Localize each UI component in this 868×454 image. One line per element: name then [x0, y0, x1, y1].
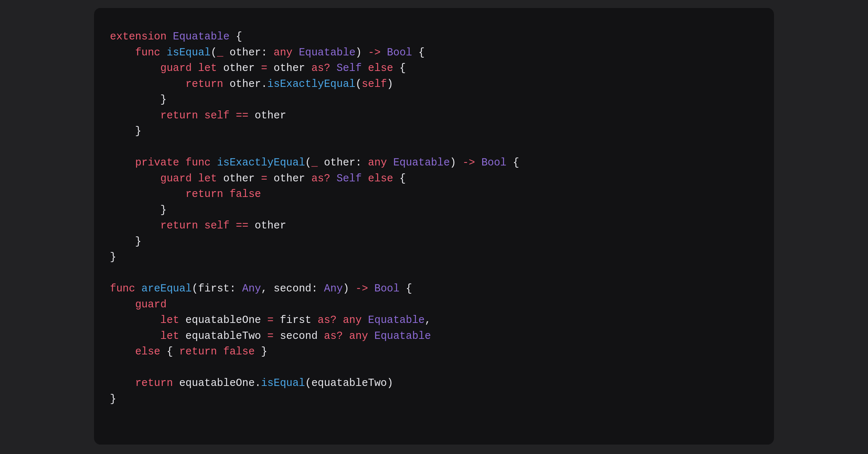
code-token-eq: = [261, 173, 267, 185]
code-token-kw: as? [311, 62, 330, 74]
code-token-kw: let [198, 62, 217, 74]
code-token-plain [380, 47, 387, 59]
code-token-type: Bool [481, 157, 507, 169]
code-token-plain [167, 31, 173, 43]
code-token-plain [217, 346, 223, 358]
code-token-plain [230, 220, 236, 232]
code-token-plain [110, 330, 160, 342]
code-token-fn: isEqual [167, 47, 211, 59]
code-token-eq: = [267, 314, 273, 326]
code-token-plain: , second: [261, 283, 324, 295]
code-token-plain: { [393, 173, 406, 185]
code-token-kw: let [160, 330, 179, 342]
code-token-plain [192, 62, 198, 74]
code-token-plain: { [400, 283, 412, 295]
code-token-type: Equatable [299, 47, 356, 59]
code-token-type: Any [324, 283, 343, 295]
code-block[interactable]: extension Equatable { func isEqual(_ oth… [110, 29, 758, 407]
code-token-plain: { [507, 157, 519, 169]
code-token-lit: false [230, 188, 261, 200]
code-token-type: Bool [374, 283, 400, 295]
code-token-kw: any [368, 157, 387, 169]
code-token-plain: first [274, 314, 318, 326]
code-token-plain: } [110, 125, 141, 137]
code-token-fn: isEqual [261, 377, 305, 389]
code-token-plain: other [248, 110, 286, 122]
code-token-plain: } [110, 94, 167, 106]
code-token-eq: -> [368, 47, 381, 59]
code-token-plain: } [110, 251, 116, 263]
code-token-plain [368, 330, 374, 342]
code-token-plain: ( [210, 47, 217, 59]
code-token-plain [293, 47, 299, 59]
code-token-kw: return [186, 188, 223, 200]
code-token-plain: } [110, 393, 116, 405]
code-token-plain [110, 188, 186, 200]
code-token-kw: guard [135, 299, 167, 311]
code-token-plain [337, 314, 343, 326]
code-token-plain: equatableOne [179, 314, 267, 326]
code-token-eq: == [236, 110, 248, 122]
code-token-kw: private [135, 157, 179, 169]
code-token-kw: else [368, 173, 393, 185]
code-token-plain [192, 173, 198, 185]
code-token-type: Self [337, 173, 362, 185]
code-token-kw: else [368, 62, 393, 74]
code-token-plain [110, 299, 135, 311]
code-token-plain [362, 173, 368, 185]
code-token-plain [343, 330, 349, 342]
code-token-kw: extension [110, 31, 167, 43]
code-token-kw: _ [217, 47, 223, 59]
code-token-kw: let [160, 314, 179, 326]
code-token-kw: return [179, 346, 217, 358]
code-token-plain: { [412, 47, 425, 59]
code-token-plain: (equatableTwo) [305, 377, 393, 389]
code-token-plain: } [255, 346, 267, 358]
code-token-plain [160, 47, 166, 59]
code-token-type: Equatable [393, 157, 450, 169]
code-token-plain [330, 62, 336, 74]
code-token-kw: func [186, 157, 211, 169]
code-token-plain [135, 283, 141, 295]
code-token-plain [110, 314, 160, 326]
code-token-type: Equatable [173, 31, 230, 43]
code-token-kw: let [198, 173, 217, 185]
code-token-kw: any [343, 314, 362, 326]
code-token-kw: as? [311, 173, 330, 185]
code-token-kw: return [160, 110, 198, 122]
code-token-plain: ( [305, 157, 311, 169]
code-token-kw: _ [311, 157, 318, 169]
code-token-self: self [204, 220, 230, 232]
code-token-eq: -> [463, 157, 475, 169]
code-token-kw: else [135, 346, 161, 358]
code-token-plain [198, 110, 204, 122]
code-token-plain: other: [318, 157, 368, 169]
code-token-plain: } [110, 236, 141, 248]
code-token-eq: = [267, 330, 273, 342]
code-token-plain: , [425, 314, 431, 326]
code-token-plain: ) [450, 157, 463, 169]
code-token-self: self [362, 78, 387, 90]
code-token-plain [368, 283, 374, 295]
code-token-plain [110, 173, 160, 185]
code-token-plain: ) [387, 78, 393, 90]
code-token-plain [223, 188, 229, 200]
code-token-self: self [204, 110, 230, 122]
code-token-plain: other [267, 173, 311, 185]
code-token-plain [110, 346, 135, 358]
code-token-eq: == [236, 220, 248, 232]
code-token-plain [179, 157, 185, 169]
code-token-plain: { [230, 31, 242, 43]
code-token-kw: as? [324, 330, 343, 342]
code-token-plain: { [393, 62, 406, 74]
code-token-plain [110, 157, 135, 169]
code-token-kw: guard [160, 173, 192, 185]
code-token-type: Any [242, 283, 261, 295]
code-token-kw: return [160, 220, 198, 232]
code-token-kw: return [135, 377, 173, 389]
code-token-plain [110, 220, 160, 232]
code-token-plain: other [217, 173, 261, 185]
code-token-type: Equatable [374, 330, 431, 342]
code-token-plain: other [217, 62, 261, 74]
code-token-plain [230, 110, 236, 122]
